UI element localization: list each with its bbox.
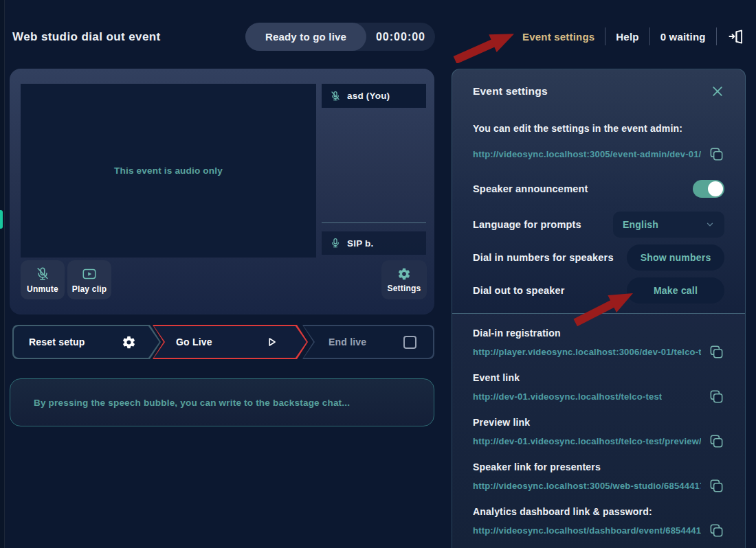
- mic-muted-icon: [35, 266, 50, 282]
- banner-body: Reset setup: [14, 326, 159, 358]
- end-live-button[interactable]: End live: [302, 325, 434, 359]
- participant-name: asd (You): [347, 91, 390, 101]
- event-link[interactable]: http://dev-01.videosync.localhost/telco-…: [473, 391, 662, 402]
- link-label: Speaker link for presenters: [473, 461, 724, 472]
- banner-body: End live: [304, 326, 433, 358]
- annotation-arrow-event-settings: [451, 30, 520, 63]
- dial-in-registration-link[interactable]: http://player.videosync.localhost:3006/d…: [473, 347, 701, 357]
- top-nav: Event settings Help 0 waiting: [522, 26, 745, 47]
- link-label: Event link: [473, 372, 724, 383]
- copy-icon[interactable]: [708, 343, 724, 360]
- copy-icon[interactable]: [708, 522, 724, 538]
- nav-separator: [605, 27, 605, 45]
- mic-icon: [330, 238, 341, 249]
- language-value: English: [623, 219, 658, 230]
- analytics-dashboard-link[interactable]: http://videosync.localhost/dashboard/eve…: [473, 525, 701, 536]
- participant-tile-sip[interactable]: SIP b.: [322, 231, 426, 255]
- copy-icon[interactable]: [708, 388, 724, 404]
- mic-muted-icon: [330, 91, 341, 102]
- preview-link[interactable]: http://dev-01.videosync.localhost/telco-…: [473, 436, 701, 446]
- leave-event-icon[interactable]: [727, 27, 745, 45]
- event-links-section: Dial-in registration http://player.video…: [452, 314, 745, 548]
- speaker-announcement-toggle[interactable]: [693, 180, 724, 198]
- link-label: Analytics dashboard link & password:: [473, 506, 724, 517]
- link-label: Preview link: [473, 417, 724, 428]
- show-numbers-button[interactable]: Show numbers: [627, 244, 724, 271]
- live-status: Ready to go live 00:00:00: [245, 23, 435, 51]
- nav-waiting-count[interactable]: 0 waiting: [660, 31, 706, 43]
- dial-out-label: Dial out to speaker: [473, 285, 565, 296]
- live-timer: 00:00:00: [366, 31, 435, 43]
- end-live-label: End live: [329, 336, 366, 347]
- make-call-button[interactable]: Make call: [627, 277, 724, 304]
- participant-name: SIP b.: [347, 238, 373, 249]
- left-rail: [0, 0, 5, 548]
- play-clip-button[interactable]: Play clip: [67, 260, 111, 299]
- unmute-button[interactable]: Unmute: [21, 260, 65, 299]
- gear-icon: [397, 267, 411, 281]
- chat-hint-text: By pressing the speech bubble, you can w…: [34, 398, 350, 408]
- backstage-chat-hint[interactable]: By pressing the speech bubble, you can w…: [10, 378, 434, 426]
- dial-in-numbers-label: Dial in numbers for speakers: [473, 252, 614, 263]
- admin-hint-text: You can edit the settings in the event a…: [473, 123, 724, 134]
- link-label: Dial-in registration: [473, 328, 724, 339]
- language-label: Language for prompts: [473, 219, 581, 230]
- copy-icon[interactable]: [708, 477, 724, 494]
- panel-title: Event settings: [473, 85, 548, 98]
- gear-icon: [122, 335, 136, 350]
- nav-help[interactable]: Help: [616, 31, 638, 43]
- nav-event-settings[interactable]: Event settings: [522, 31, 594, 43]
- nav-separator: [716, 27, 717, 45]
- live-status-badge: Ready to go live: [245, 23, 366, 51]
- banner-body: Go Live: [154, 326, 307, 358]
- live-controls: Reset setup Go Live: [10, 325, 434, 359]
- stop-square-icon: [403, 336, 416, 349]
- reset-setup-button[interactable]: Reset setup: [12, 325, 161, 359]
- event-settings-panel: Event settings You can edit the settings…: [452, 69, 746, 548]
- admin-link[interactable]: http://videosync.localhost:3005/event-ad…: [473, 149, 701, 159]
- speaker-announcement-label: Speaker announcement: [473, 183, 588, 194]
- play-clip-icon: [82, 266, 97, 282]
- participants-divider: [322, 222, 426, 223]
- go-live-label: Go Live: [176, 336, 212, 347]
- video-preview: This event is audio only: [21, 84, 316, 258]
- nav-separator: [649, 27, 650, 45]
- speaker-link[interactable]: http://videosync.localhost:3005/web-stud…: [473, 481, 701, 491]
- stage-settings-button[interactable]: Settings: [381, 260, 427, 299]
- participant-tile-asd[interactable]: asd (You): [322, 84, 426, 108]
- toggle-knob: [708, 181, 723, 196]
- reset-setup-label: Reset setup: [29, 336, 85, 347]
- play-clip-label: Play clip: [72, 284, 107, 294]
- go-live-button[interactable]: Go Live: [153, 325, 308, 359]
- chevron-down-icon: [705, 220, 715, 229]
- copy-icon[interactable]: [708, 146, 724, 162]
- page-title: Web studio dial out event: [12, 30, 161, 44]
- rail-accent-handle[interactable]: [0, 210, 3, 229]
- unmute-label: Unmute: [27, 284, 58, 294]
- play-icon: [264, 334, 279, 350]
- settings-label: Settings: [388, 284, 421, 293]
- language-select[interactable]: English: [613, 212, 724, 238]
- stage-panel: This event is audio only asd (You): [10, 69, 434, 315]
- close-icon[interactable]: [711, 84, 724, 98]
- web-studio-app: Web studio dial out event Ready to go li…: [0, 0, 756, 548]
- copy-icon[interactable]: [708, 433, 724, 449]
- audio-only-notice: This event is audio only: [114, 165, 223, 176]
